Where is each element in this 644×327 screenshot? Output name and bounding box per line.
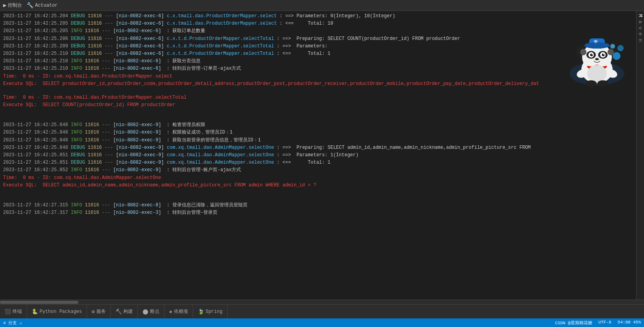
log-line: 2023-11-27 16:42:25.848 DEBUG 11616 --- …: [0, 144, 636, 152]
svg-point-11: [592, 54, 593, 55]
log-line: 2023-11-27 16:42:25.210 INFO 11616 --- […: [0, 65, 636, 72]
svg-point-12: [603, 54, 604, 55]
horizontal-scrollbar[interactable]: [0, 300, 644, 304]
bottom-tab-breakpoints[interactable]: ⬤断点: [138, 305, 165, 318]
log-line: 2023-11-27 16:42:25.851 DEBUG 11616 --- …: [0, 159, 636, 166]
log-line: 2023-11-27 16:42:25.204 DEBUG 11616 --- …: [0, 13, 636, 20]
log-line: 2023-11-27 16:42:25.210 INFO 11616 --- […: [0, 58, 636, 65]
actuator-label: Actuator: [35, 3, 58, 8]
tab-label-terminal: 终端: [13, 308, 22, 315]
log-blank: [0, 88, 636, 94]
svg-point-21: [608, 49, 614, 55]
bottom-tab-terminal[interactable]: ⬛终端: [0, 305, 27, 318]
status-user: CSDN @星期棉花糖: [555, 320, 592, 326]
log-line: 2023-11-27 16:42:25.210 DEBUG 11616 --- …: [0, 50, 636, 58]
panel-icon-n[interactable]: n: [637, 39, 643, 42]
bottom-tab-services[interactable]: ⚙服务: [87, 305, 111, 318]
status-line: 54:00 45%: [618, 320, 641, 326]
tab-label-deps: 依赖项: [174, 308, 188, 315]
log-line: Time: 0 ms - ID: com.xq.tmall.dao.AdminM…: [0, 174, 636, 182]
status-right: CSDN @星期棉花糖 UTF-8 54:00 45%: [555, 320, 641, 326]
status-encoding: UTF-8: [599, 320, 611, 326]
svg-text:中: 中: [594, 40, 598, 44]
log-line: 2023-11-27 16:42:25.851 DEBUG 11616 --- …: [0, 152, 636, 159]
svg-point-18: [586, 80, 597, 87]
log-blank: [0, 109, 636, 115]
actuator-tab[interactable]: 🔧 Actuator: [27, 2, 58, 9]
svg-point-27: [617, 45, 624, 51]
mascot-area: 中: [566, 34, 628, 89]
console-area[interactable]: 中 2023-11-27 16:42:25.204 DEBUG 11616 --…: [0, 11, 636, 300]
log-line: 2023-11-27 16:42:25.205 DEBUG 11616 --- …: [0, 20, 636, 27]
tab-icon-build: 🔨: [116, 309, 122, 315]
status-bar: 4 分支 ⚠ CSDN @星期棉花糖 UTF-8 54:00 45%: [0, 318, 644, 327]
log-line: 2023-11-27 16:42:25.848 INFO 11616 --- […: [0, 137, 636, 144]
log-line: 2023-11-27 16:42:25.848 INFO 11616 --- […: [0, 121, 636, 129]
tab-label-python-packages: Python Packages: [40, 309, 82, 314]
svg-point-20: [580, 49, 586, 55]
log-line: 2023-11-27 16:42:25.209 DEBUG 11616 --- …: [0, 43, 636, 50]
svg-point-28: [610, 44, 615, 49]
status-left: 4 分支 ⚠: [3, 320, 22, 326]
bottom-tab-build[interactable]: 🔨构建: [111, 305, 138, 318]
log-line: Execute SQL: SELECT COUNT(productOrder_i…: [0, 101, 636, 109]
bottom-tab-spring[interactable]: 🍃Spring: [193, 305, 228, 318]
tab-icon-deps: ❖: [169, 309, 172, 315]
log-line: 2023-11-27 16:42:25.848 INFO 11616 --- […: [0, 129, 636, 136]
console-icon: ▶: [3, 2, 6, 9]
bottom-tab-bar: ⬛终端🐍Python Packages⚙服务🔨构建⬤断点❖依赖项🍃Spring: [0, 304, 644, 318]
tab-label-spring: Spring: [206, 309, 223, 314]
log-line: Execute SQL: SELECT productOrder_id,prod…: [0, 80, 636, 88]
main-area: 中 2023-11-27 16:42:25.204 DEBUG 11616 --…: [0, 11, 644, 300]
maven-icon[interactable]: M: [637, 14, 643, 17]
title-bar: ▶ 控制台 🔧 Actuator: [0, 0, 644, 11]
log-blank: [0, 189, 636, 195]
panel-icon-v[interactable]: v: [637, 27, 643, 30]
svg-point-26: [613, 52, 620, 60]
tab-icon-spring: 🍃: [198, 309, 204, 315]
log-line: 2023-11-27 16:42:25.206 DEBUG 11616 --- …: [0, 35, 636, 43]
log-line: Time: 0 ms - ID: com.xq.tmall.dao.Produc…: [0, 94, 636, 101]
actuator-icon: 🔧: [27, 2, 33, 9]
console-tab[interactable]: ▶ 控制台: [3, 2, 22, 9]
tab-icon-terminal: ⬛: [5, 309, 11, 315]
panel-icon-a[interactable]: a: [637, 20, 643, 23]
log-line: 2023-11-27 16:42:25.852 INFO 11616 --- […: [0, 166, 636, 174]
svg-point-17: [587, 65, 607, 82]
log-line: 2023-11-27 16:42:25.205 INFO 11616 --- […: [0, 27, 636, 35]
log-blank: [0, 195, 636, 202]
tab-label-build: 构建: [123, 308, 133, 315]
svg-point-19: [597, 80, 608, 87]
log-line: 2023-11-27 16:42:27.315 INFO 11616 --- […: [0, 202, 636, 209]
log-blank: [0, 115, 636, 121]
log-line: 2023-11-27 16:42:27.317 INFO 11616 --- […: [0, 209, 636, 217]
tab-label-breakpoints: 断点: [150, 308, 159, 315]
tab-icon-services: ⚙: [92, 309, 95, 315]
hscroll-thumb[interactable]: [0, 301, 78, 304]
log-line: Execute SQL: SELECT admin_id,admin_name,…: [0, 182, 636, 189]
console-label: 控制台: [8, 2, 22, 9]
right-panel: M a v e n: [636, 11, 644, 300]
bottom-tab-python-packages[interactable]: 🐍Python Packages: [27, 305, 87, 318]
log-line: Time: 0 ms - ID: com.xq.tmall.dao.Produc…: [0, 73, 636, 80]
tab-icon-python-packages: 🐍: [32, 309, 38, 315]
tab-icon-breakpoints: ⬤: [143, 309, 148, 315]
panel-icon-e[interactable]: e: [637, 33, 643, 36]
svg-point-13: [595, 58, 599, 60]
tab-label-services: 服务: [96, 308, 106, 315]
bottom-tab-deps[interactable]: ❖依赖项: [165, 305, 193, 318]
